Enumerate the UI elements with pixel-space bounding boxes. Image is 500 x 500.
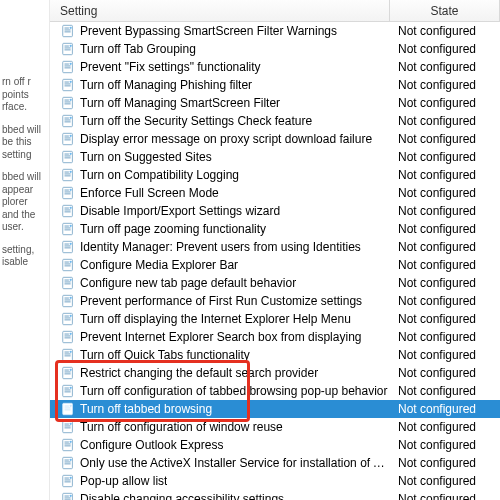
setting-label: Pop-up allow list: [80, 474, 167, 488]
svg-rect-107: [65, 407, 71, 408]
state-cell: Not configured: [390, 456, 500, 470]
setting-cell: Turn on Compatibility Logging: [50, 167, 390, 183]
setting-row[interactable]: Restrict changing the default search pro…: [50, 364, 500, 382]
svg-rect-48: [65, 193, 71, 194]
setting-row[interactable]: Turn off the Security Settings Check fea…: [50, 112, 500, 130]
svg-rect-82: [65, 317, 71, 318]
svg-rect-102: [65, 389, 71, 390]
setting-label: Disable Import/Export Settings wizard: [80, 204, 280, 218]
svg-point-29: [69, 117, 71, 119]
svg-rect-36: [65, 154, 69, 155]
setting-row[interactable]: Configure Media Explorer BarNot configur…: [50, 256, 500, 274]
setting-row[interactable]: Identity Manager: Prevent users from usi…: [50, 238, 500, 256]
setting-label: Turn off tabbed browsing: [80, 402, 212, 416]
setting-label: Turn off displaying the Internet Explore…: [80, 312, 351, 326]
svg-rect-3: [65, 31, 71, 32]
setting-row[interactable]: Turn off Managing SmartScreen FilterNot …: [50, 94, 500, 112]
policy-setting-icon: [60, 275, 76, 291]
svg-rect-97: [65, 371, 71, 372]
setting-cell: Turn on Suggested Sites: [50, 149, 390, 165]
setting-row[interactable]: Enforce Full Screen ModeNot configured: [50, 184, 500, 202]
svg-rect-91: [65, 352, 69, 353]
setting-label: Turn off Tab Grouping: [80, 42, 196, 56]
setting-row[interactable]: Prevent "Fix settings" functionalityNot …: [50, 58, 500, 76]
setting-cell: Pop-up allow list: [50, 473, 390, 489]
setting-row[interactable]: Turn off Tab GroupingNot configured: [50, 40, 500, 58]
setting-cell: Turn off Managing Phishing filter: [50, 77, 390, 93]
policy-setting-icon: [60, 149, 76, 165]
svg-point-134: [69, 495, 71, 497]
column-header-setting[interactable]: Setting: [50, 0, 390, 21]
svg-rect-8: [65, 49, 71, 50]
setting-row[interactable]: Prevent Bypassing SmartScreen Filter War…: [50, 22, 500, 40]
svg-rect-42: [65, 173, 71, 174]
svg-rect-131: [65, 496, 69, 497]
svg-point-129: [69, 477, 71, 479]
state-cell: Not configured: [390, 222, 500, 236]
svg-point-69: [69, 261, 71, 263]
svg-rect-43: [65, 175, 71, 176]
state-cell: Not configured: [390, 294, 500, 308]
settings-list[interactable]: Prevent Bypassing SmartScreen Filter War…: [50, 22, 500, 500]
setting-row[interactable]: Pop-up allow listNot configured: [50, 472, 500, 490]
setting-label: Configure Outlook Express: [80, 438, 223, 452]
svg-point-74: [69, 279, 71, 281]
policy-setting-icon: [60, 401, 76, 417]
svg-rect-38: [65, 157, 71, 158]
svg-rect-17: [65, 83, 71, 84]
svg-rect-73: [65, 283, 71, 284]
svg-rect-27: [65, 119, 71, 120]
policy-setting-icon: [60, 167, 76, 183]
setting-row[interactable]: Turn on Suggested SitesNot configured: [50, 148, 500, 166]
svg-point-109: [69, 405, 71, 407]
setting-cell: Turn off Tab Grouping: [50, 41, 390, 57]
setting-cell: Turn off displaying the Internet Explore…: [50, 311, 390, 327]
setting-row[interactable]: Turn off Managing Phishing filterNot con…: [50, 76, 500, 94]
column-header-state[interactable]: State: [390, 0, 500, 21]
policy-setting-icon: [60, 473, 76, 489]
setting-row[interactable]: Turn off configuration of tabbed browsin…: [50, 382, 500, 400]
svg-rect-106: [65, 406, 69, 407]
setting-row[interactable]: Turn off displaying the Internet Explore…: [50, 310, 500, 328]
setting-row[interactable]: Prevent performance of First Run Customi…: [50, 292, 500, 310]
svg-point-114: [69, 423, 71, 425]
state-cell: Not configured: [390, 60, 500, 74]
setting-row[interactable]: Turn off tabbed browsingNot configured: [50, 400, 500, 418]
svg-point-59: [69, 225, 71, 227]
setting-row[interactable]: Turn off Quick Tabs functionalityNot con…: [50, 346, 500, 364]
svg-point-9: [69, 45, 71, 47]
description-snippet: setting, isable: [2, 244, 45, 269]
setting-row[interactable]: Display error message on proxy script do…: [50, 130, 500, 148]
setting-label: Display error message on proxy script do…: [80, 132, 372, 146]
setting-row[interactable]: Turn off configuration of window reuseNo…: [50, 418, 500, 436]
state-cell: Not configured: [390, 438, 500, 452]
state-cell: Not configured: [390, 276, 500, 290]
svg-point-44: [69, 171, 71, 173]
policy-setting-icon: [60, 383, 76, 399]
setting-row[interactable]: Configure Outlook ExpressNot configured: [50, 436, 500, 454]
policy-setting-icon: [60, 59, 76, 75]
setting-row[interactable]: Only use the ActiveX Installer Service f…: [50, 454, 500, 472]
svg-rect-31: [65, 136, 69, 137]
setting-cell: Turn off the Security Settings Check fea…: [50, 113, 390, 129]
svg-rect-37: [65, 155, 71, 156]
setting-row[interactable]: Turn off page zooming functionalityNot c…: [50, 220, 500, 238]
svg-rect-47: [65, 191, 71, 192]
svg-rect-51: [65, 208, 69, 209]
svg-rect-76: [65, 298, 69, 299]
setting-label: Configure Media Explorer Bar: [80, 258, 238, 272]
svg-rect-63: [65, 247, 71, 248]
description-pane: rn off r points rface.bbed will be this …: [0, 0, 50, 500]
setting-row[interactable]: Turn on Compatibility LoggingNot configu…: [50, 166, 500, 184]
setting-row[interactable]: Configure new tab page default behaviorN…: [50, 274, 500, 292]
setting-label: Prevent "Fix settings" functionality: [80, 60, 261, 74]
state-cell: Not configured: [390, 78, 500, 92]
setting-label: Turn off configuration of tabbed browsin…: [80, 384, 388, 398]
setting-row[interactable]: Disable changing accessibility settingsN…: [50, 490, 500, 500]
setting-row[interactable]: Disable Import/Export Settings wizardNot…: [50, 202, 500, 220]
svg-rect-13: [65, 67, 71, 68]
setting-cell: Disable Import/Export Settings wizard: [50, 203, 390, 219]
setting-row[interactable]: Prevent Internet Explorer Search box fro…: [50, 328, 500, 346]
setting-cell: Turn off Managing SmartScreen Filter: [50, 95, 390, 111]
state-cell: Not configured: [390, 42, 500, 56]
